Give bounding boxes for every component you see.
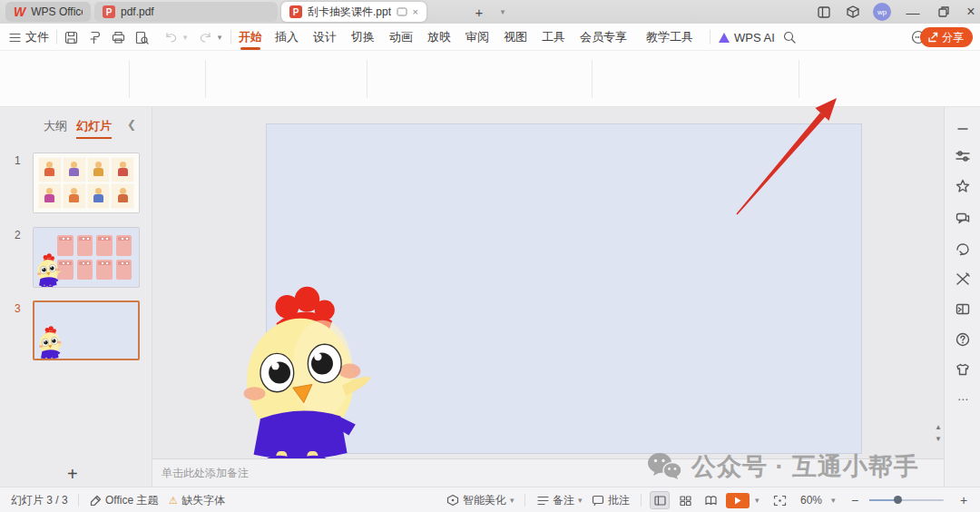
ribbon-toolbar: 格式刷 粘贴▾ 当页开始▾ 新建幻灯片▾ 版式▾ 重置 [0, 51, 980, 107]
slide1-card-grid [34, 153, 139, 212]
tab-slides[interactable]: 幻灯片 [76, 118, 112, 139]
notes-label: 备注 [553, 493, 574, 508]
comments-icon[interactable] [954, 208, 972, 226]
next-slide-icon[interactable]: ▼ [935, 435, 942, 443]
tab-home[interactable]: 开始 [239, 24, 262, 51]
more-icon[interactable]: ⋯ [954, 390, 972, 409]
redo-chevron-icon[interactable]: ▾ [214, 24, 225, 51]
tab-pdf-label: pdf.pdf [121, 5, 270, 18]
output-pdf-icon[interactable] [83, 24, 105, 51]
wps-ai-icon [719, 33, 730, 43]
tab-insert[interactable]: 插入 [275, 24, 299, 51]
ppt-file-icon: P [289, 5, 302, 18]
save-icon[interactable] [60, 24, 82, 51]
right-sidebar: ⋯ [944, 107, 980, 487]
minimize-button[interactable]: — [904, 3, 922, 21]
notes-icon [537, 496, 549, 506]
hide-pane-icon[interactable] [954, 120, 972, 138]
tab-active-pptx[interactable]: P 刮卡抽奖课件.pptx × [281, 2, 426, 22]
undo-chevron-icon: ▾ [180, 24, 191, 51]
redo-icon [194, 24, 216, 51]
slide-2-number: 2 [15, 229, 21, 241]
tab-membership[interactable]: 会员专享 [580, 24, 627, 51]
slide-thumbnail-3-selected[interactable] [33, 300, 140, 360]
share-button[interactable]: 分享 [920, 27, 973, 47]
notes-bar[interactable]: 单击此处添加备注 [152, 458, 944, 487]
fit-slide-button[interactable] [773, 487, 787, 512]
tab-design[interactable]: 设计 [313, 24, 337, 51]
close-tab-icon[interactable]: × [413, 6, 418, 17]
slide-panel: 大纲 幻灯片 ❮ 1 2 3 [0, 107, 152, 487]
wps-ai-button[interactable]: WPS AI [719, 24, 775, 51]
split-view-icon[interactable] [815, 3, 833, 21]
zoom-level-value: 60% [800, 494, 822, 507]
zoom-in-button[interactable]: + [960, 487, 967, 512]
zoom-out-button[interactable]: − [851, 487, 858, 512]
search-icon[interactable] [779, 24, 800, 51]
beautify-icon [446, 494, 459, 507]
favorites-icon[interactable] [954, 177, 972, 195]
add-slide-button[interactable]: + [67, 464, 78, 485]
wps-ai-label: WPS AI [734, 31, 775, 44]
theme-brush-icon [89, 495, 102, 507]
slide-indicator: 幻灯片 3 / 3 [11, 487, 68, 512]
close-button[interactable]: × [962, 3, 980, 21]
slide-thumbnail-1[interactable] [33, 153, 140, 213]
home-tab[interactable]: W WPS Office [5, 2, 91, 22]
popout-tab-icon[interactable] [397, 6, 407, 17]
file-menu-label: 文件 [25, 29, 49, 45]
editing-canvas: 单击此处添加备注 ▲ ▼ [152, 107, 944, 487]
print-icon[interactable] [107, 24, 129, 51]
tools-icon[interactable] [954, 270, 972, 288]
tab-pdf[interactable]: P pdf.pdf [94, 2, 278, 22]
tab-tools[interactable]: 工具 [542, 24, 565, 51]
tab-list-chevron-icon[interactable]: ▾ [494, 3, 512, 21]
slide-thumbnail-2[interactable] [33, 227, 140, 288]
tab-transition[interactable]: 切换 [351, 24, 375, 51]
home-tab-label: WPS Office [31, 5, 83, 18]
tab-outline[interactable]: 大纲 [44, 118, 67, 134]
restore-button[interactable] [935, 3, 953, 21]
skin-theme-icon[interactable] [954, 360, 972, 379]
user-avatar[interactable]: wp [873, 3, 891, 21]
zoom-slider[interactable] [869, 499, 944, 501]
slide-sorter-view-button[interactable] [675, 491, 695, 509]
tab-teaching-tools[interactable]: 教学工具 [646, 24, 693, 51]
help-icon[interactable] [954, 330, 972, 349]
resource-library-icon[interactable] [954, 300, 972, 318]
handwriting-icon[interactable] [954, 240, 972, 258]
zoom-slider-knob[interactable] [894, 496, 902, 504]
theme-label: Office 主题 [105, 493, 158, 508]
theme-button[interactable]: Office 主题 [89, 487, 158, 512]
slideshow-play-button[interactable] [726, 493, 750, 508]
reading-view-button[interactable] [701, 491, 720, 509]
zoom-level-button[interactable]: 60%▾ [800, 487, 836, 512]
slide-3-number: 3 [15, 302, 21, 315]
tab-slideshow[interactable]: 放映 [427, 24, 451, 51]
play-options-chevron-icon[interactable]: ▾ [755, 487, 760, 512]
chick-mini-3 [36, 326, 64, 359]
statusbar: 幻灯片 3 / 3 Office 主题 ⚠ 缺失字体 智能美化▾ 备注▾ 批注 [0, 487, 980, 512]
menubar: 文件 ▾ ▾ 开始 插入 设计 切换 动画 放映 审阅 视图 工具 [0, 24, 980, 51]
tab-view[interactable]: 视图 [504, 24, 527, 51]
file-menu[interactable]: 文件 [9, 24, 49, 51]
prev-slide-icon[interactable]: ▲ [935, 423, 942, 431]
smart-beautify-button[interactable]: 智能美化▾ [446, 487, 514, 512]
tab-animation[interactable]: 动画 [389, 24, 413, 51]
new-tab-button[interactable]: + [470, 3, 488, 21]
collapse-panel-icon[interactable]: ❮ [127, 118, 136, 131]
normal-view-button[interactable] [650, 491, 670, 509]
wps-presentation-window: W WPS Office P pdf.pdf P 刮卡抽奖课件.pptx × +… [0, 0, 980, 512]
comment-button[interactable]: 批注 [592, 487, 630, 512]
properties-icon[interactable] [954, 147, 972, 165]
tab-review[interactable]: 审阅 [466, 24, 489, 51]
chick-mini-2 [34, 253, 62, 287]
chick-illustration[interactable] [230, 285, 373, 462]
print-preview-icon[interactable] [131, 24, 152, 51]
slide-1-number: 1 [15, 154, 21, 167]
slide-nav-buttons[interactable]: ▲ ▼ [935, 423, 942, 443]
notes-button[interactable]: 备注▾ [537, 487, 583, 512]
missing-font-warning[interactable]: ⚠ 缺失字体 [169, 487, 225, 512]
tab-pptx-label: 刮卡抽奖课件.pptx [308, 5, 391, 20]
workspace-cube-icon[interactable] [844, 3, 862, 21]
